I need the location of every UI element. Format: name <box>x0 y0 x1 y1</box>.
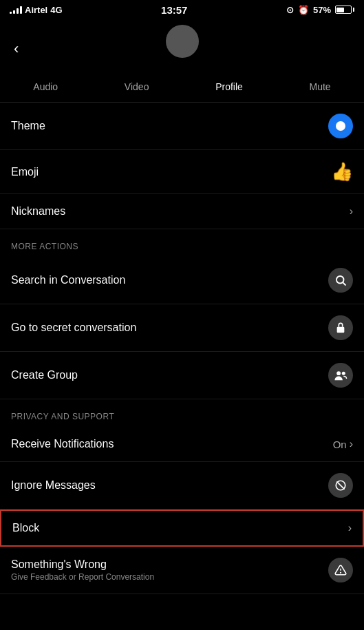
svg-line-1 <box>343 282 345 285</box>
search-right <box>328 268 353 293</box>
back-button[interactable]: ‹ <box>11 37 21 61</box>
network-label: 4G <box>50 5 62 15</box>
chevron-icon: › <box>350 205 353 218</box>
group-right <box>328 363 353 388</box>
tab-bar: Audio Video Profile Mute <box>0 74 364 103</box>
svg-point-4 <box>342 372 345 375</box>
status-left: Airtel 4G <box>10 5 63 15</box>
avatar <box>166 25 199 58</box>
block-item[interactable]: Block › <box>0 510 364 547</box>
alarm-icon: ⊙ <box>286 5 294 15</box>
block-right: › <box>348 522 352 534</box>
tab-profile[interactable]: Profile <box>210 78 248 95</box>
ignore-messages-item[interactable]: Ignore Messages <box>0 462 364 510</box>
theme-item[interactable]: Theme <box>0 103 364 150</box>
block-chevron: › <box>348 522 352 534</box>
top-nav: ‹ <box>0 19 364 74</box>
somethings-wrong-text: Something's Wrong Give Feedback or Repor… <box>11 558 154 582</box>
svg-point-3 <box>336 371 341 375</box>
warning-right <box>328 558 353 582</box>
search-conversation-label: Search in Conversation <box>11 274 125 286</box>
ignore-messages-label: Ignore Messages <box>11 479 96 492</box>
battery-percent: 57% <box>313 5 331 15</box>
privacy-support-label: PRIVACY AND SUPPORT <box>0 399 364 427</box>
search-conversation-item[interactable]: Search in Conversation <box>0 257 364 304</box>
time-label: 13:57 <box>161 4 187 16</box>
signal-bars <box>10 6 22 14</box>
svg-line-6 <box>336 481 344 489</box>
battery-indicator <box>335 6 354 14</box>
emoji-right: 👍 <box>331 161 353 182</box>
warning-icon <box>328 558 353 582</box>
somethings-wrong-subtitle: Give Feedback or Report Conversation <box>11 572 154 582</box>
emoji-item[interactable]: Emoji 👍 <box>0 150 364 194</box>
nicknames-label: Nicknames <box>11 205 65 218</box>
create-group-label: Create Group <box>11 369 78 381</box>
lock-icon <box>328 315 353 340</box>
secret-conversation-label: Go to secret conversation <box>11 322 136 334</box>
carrier-label: Airtel <box>25 5 47 15</box>
create-group-item[interactable]: Create Group <box>0 352 364 399</box>
ignore-icon <box>328 473 353 498</box>
more-actions-label: MORE ACTIONS <box>0 229 364 257</box>
tab-video[interactable]: Video <box>119 78 155 95</box>
receive-notifications-item[interactable]: Receive Notifications On › <box>0 427 364 462</box>
status-right: ⊙ ⏰ 57% <box>286 5 354 15</box>
on-label: On <box>333 439 347 450</box>
emoji-label: Emoji <box>11 166 39 178</box>
block-label: Block <box>12 522 39 534</box>
theme-right <box>328 114 353 138</box>
ignore-right <box>328 473 353 498</box>
receive-notifications-label: Receive Notifications <box>11 438 114 450</box>
notifications-right: On › <box>333 438 353 450</box>
search-icon <box>328 268 353 293</box>
settings-section: Theme Emoji 👍 Nicknames › MORE ACTIONS S… <box>0 103 364 594</box>
svg-rect-2 <box>337 327 345 333</box>
tab-mute[interactable]: Mute <box>304 78 336 95</box>
notifications-chevron: › <box>350 438 353 450</box>
somethings-wrong-item[interactable]: Something's Wrong Give Feedback or Repor… <box>0 547 364 594</box>
clock-icon: ⏰ <box>298 5 309 15</box>
thumbs-up-icon: 👍 <box>331 161 353 182</box>
group-icon <box>328 363 353 388</box>
theme-label: Theme <box>11 120 45 132</box>
nicknames-item[interactable]: Nicknames › <box>0 194 364 229</box>
nicknames-right: › <box>350 205 353 218</box>
secret-right <box>328 315 353 340</box>
tab-audio[interactable]: Audio <box>28 78 63 95</box>
svg-point-0 <box>336 276 344 284</box>
secret-conversation-item[interactable]: Go to secret conversation <box>0 304 364 352</box>
status-bar: Airtel 4G 13:57 ⊙ ⏰ 57% <box>0 0 364 19</box>
somethings-wrong-label: Something's Wrong <box>11 558 154 571</box>
theme-color-dot <box>328 114 353 138</box>
